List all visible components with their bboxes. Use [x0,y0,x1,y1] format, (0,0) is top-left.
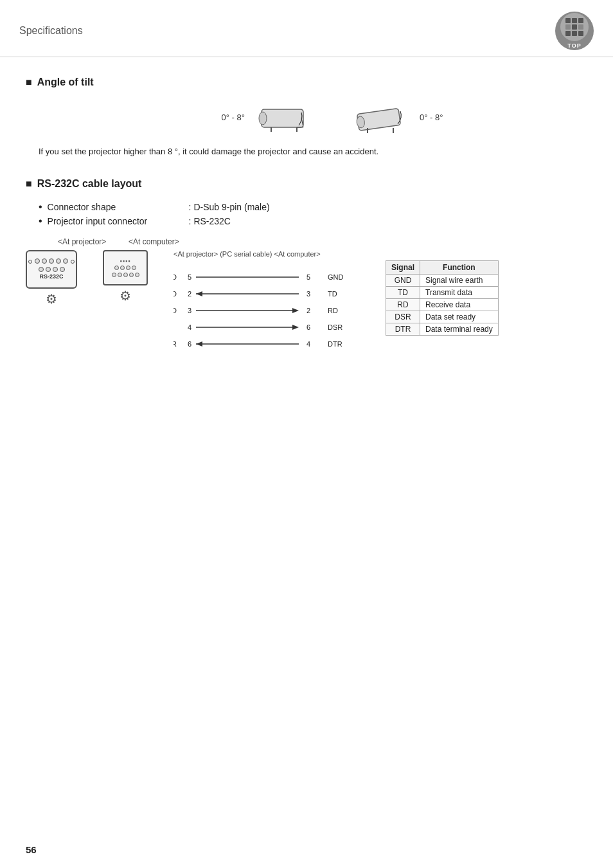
wiring-svg-and-table: GND 5 5 GND RD 2 [173,260,499,360]
connector-shape-value: : D-Sub 9-pin (male) [189,202,270,212]
page-number: 56 [26,844,37,855]
signal-cell: RD [386,298,420,311]
signal-cell: DTR [386,323,420,335]
tilt-angle-left: 0° - 8° [222,113,245,122]
svg-marker-28 [292,325,299,330]
svg-text:DSR: DSR [328,323,342,331]
svg-text:DSR: DSR [173,340,177,348]
rs232c-section: RS-232C cable layout Connector shape : D… [26,178,587,360]
computer-connector-box: ▪▪▪▪ [103,250,148,303]
svg-text:2: 2 [188,290,191,298]
pc-cable-label: <At projector> (PC serial cable) <At com… [173,250,499,258]
page-title: Specifications [19,25,83,37]
diagram-row: RS-232C ⚙ ▪▪▪▪ [26,250,499,360]
projector-connector-box: RS-232C ⚙ [26,250,77,307]
function-cell: Receive data [420,298,499,311]
tilt-right: 0° - 8° [351,100,443,135]
svg-text:TD: TD [328,290,337,298]
top-label: TOP [567,42,581,49]
rs232c-bullets: Connector shape : D-Sub 9-pin (male) Pro… [39,201,587,227]
angle-of-tilt-heading: Angle of tilt [26,77,587,88]
rs232c-connector-label: RS-232C [39,273,63,280]
svg-marker-34 [196,341,202,347]
signal-function-table: Signal Function GNDSignal wire earthTDTr… [386,260,499,336]
svg-text:4: 4 [188,323,191,331]
bullet-projector-input: Projector input connector : RS-232C [39,215,587,227]
computer-stand-icon: ⚙ [120,288,131,303]
signal-cell: GND [386,274,420,286]
bullet-connector-shape: Connector shape : D-Sub 9-pin (male) [39,201,587,213]
tilt-note: If you set the projector higher than 8 °… [39,145,587,159]
rs232c-heading: RS-232C cable layout [26,178,587,190]
top-logo[interactable]: TOP [555,12,594,50]
wiring-diagram-svg: GND 5 5 GND RD 2 [173,260,373,360]
svg-text:DTR: DTR [328,340,342,348]
page-header: Specifications TOP [0,0,613,57]
function-cell: Data terminal ready [420,323,499,335]
connector-shape-label: Connector shape [48,202,189,212]
svg-point-1 [259,112,267,125]
projector-stand-icon: ⚙ [46,291,57,307]
projector-input-value: : RS-232C [189,216,231,226]
function-col-header: Function [420,260,499,274]
svg-text:3: 3 [306,290,310,298]
diagram-top-labels: <At projector> <At computer> [58,237,180,246]
tilt-left: 0° - 8° [222,100,313,135]
function-cell: Signal wire earth [420,274,499,286]
signal-col-header: Signal [386,260,420,274]
svg-text:2: 2 [306,307,310,314]
svg-text:GND: GND [328,273,344,281]
svg-text:TD: TD [173,307,177,314]
wiring-and-table: <At projector> (PC serial cable) <At com… [173,250,499,360]
cable-diagram-wrapper: <At projector> <At computer> [26,237,587,360]
svg-text:GND: GND [173,273,177,281]
projector-connector-img: RS-232C [26,250,77,289]
signal-cell: DSR [386,311,420,323]
svg-marker-16 [196,291,202,296]
svg-marker-22 [292,308,299,313]
main-content: Angle of tilt 0° - 8° [0,57,613,386]
signal-table-row: DSRData set ready [386,311,499,323]
svg-text:RD: RD [173,290,177,298]
projector-left-svg [249,100,313,135]
signal-table-row: TDTransmit data [386,286,499,298]
signal-table-row: GNDSignal wire earth [386,274,499,286]
svg-text:4: 4 [306,340,310,348]
svg-text:5: 5 [306,273,310,281]
at-projector-label: <At projector> [58,237,129,246]
svg-text:5: 5 [188,273,191,281]
svg-text:6: 6 [306,323,310,331]
projector-input-label: Projector input connector [48,216,189,226]
projector-right-svg [351,100,416,135]
signal-table-row: DTRData terminal ready [386,323,499,335]
computer-connector-img: ▪▪▪▪ [103,250,148,285]
tilt-angle-right: 0° - 8° [420,113,443,122]
tilt-diagram: 0° - 8° [77,100,587,135]
svg-text:3: 3 [188,307,191,314]
function-cell: Transmit data [420,286,499,298]
angle-of-tilt-section: Angle of tilt 0° - 8° [26,77,587,159]
svg-text:6: 6 [188,340,191,348]
signal-table-row: RDReceive data [386,298,499,311]
at-computer-label: <At computer> [129,237,180,246]
svg-rect-0 [262,109,303,127]
function-cell: Data set ready [420,311,499,323]
svg-text:RD: RD [328,307,338,314]
signal-cell: TD [386,286,420,298]
